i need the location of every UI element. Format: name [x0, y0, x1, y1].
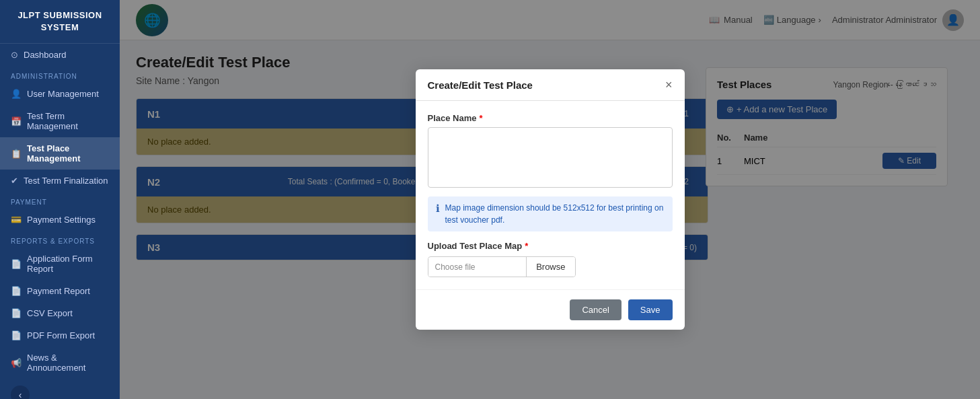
- sidebar-item-test-term-management[interactable]: 📅 Test Term Management: [0, 105, 120, 137]
- dashboard-icon: ⊙: [11, 50, 18, 60]
- file-input-row: Choose file Browse: [428, 256, 576, 277]
- user-management-icon: 👤: [11, 89, 22, 99]
- modal-close-button[interactable]: ×: [665, 79, 673, 91]
- sidebar-item-payment-report[interactable]: 📄 Payment Report: [0, 280, 120, 302]
- place-name-label: Place Name *: [428, 113, 673, 123]
- upload-label: Upload Test Place Map *: [428, 241, 673, 251]
- sidebar-item-dashboard[interactable]: ⊙ Dashboard: [0, 44, 120, 66]
- sidebar-item-news-announcement[interactable]: 📢 News & Announcement: [0, 347, 120, 379]
- section-reports: REPORTS & EXPORTS: [0, 231, 120, 248]
- sidebar: JLPT SUBMISSION SYSTEM ⊙ Dashboard ADMIN…: [0, 0, 120, 399]
- app-form-icon: 📄: [11, 259, 22, 269]
- sidebar-item-application-form-report[interactable]: 📄 Application Form Report: [0, 248, 120, 280]
- sidebar-item-test-place-management[interactable]: 📋 Test Place Management: [0, 137, 120, 170]
- test-place-icon: 📋: [11, 149, 22, 159]
- test-term-icon: 📅: [11, 116, 22, 126]
- sidebar-item-test-term-finalization[interactable]: ✔ Test Term Finalization: [0, 170, 120, 192]
- modal-footer: Cancel Save: [416, 289, 685, 330]
- upload-section: Upload Test Place Map * Choose file Brow…: [428, 241, 673, 277]
- sidebar-item-payment-settings[interactable]: 💳 Payment Settings: [0, 209, 120, 231]
- info-icon: ℹ: [436, 203, 440, 215]
- sidebar-item-csv-export[interactable]: 📄 CSV Export: [0, 302, 120, 324]
- file-name-display: Choose file: [428, 258, 527, 277]
- sidebar-item-pdf-form-export[interactable]: 📄 PDF Form Export: [0, 324, 120, 347]
- payment-report-icon: 📄: [11, 286, 22, 296]
- save-button[interactable]: Save: [628, 299, 673, 320]
- cancel-button[interactable]: Cancel: [570, 299, 621, 320]
- payment-settings-icon: 💳: [11, 215, 22, 225]
- csv-icon: 📄: [11, 308, 22, 318]
- main-area: 🌐 📖 Manual 🔤 Language › Administrator Ad…: [120, 0, 980, 399]
- info-box: ℹ Map image dimension should be 512x512 …: [428, 196, 673, 231]
- app-logo: JLPT SUBMISSION SYSTEM: [0, 0, 120, 44]
- modal-overlay: Create/Edit Test Place × Place Name * ℹ …: [120, 0, 980, 399]
- required-star: *: [480, 113, 483, 123]
- sidebar-bottom: ‹: [0, 379, 120, 399]
- sidebar-collapse-button[interactable]: ‹: [11, 386, 30, 399]
- news-icon: 📢: [11, 358, 22, 368]
- modal-header: Create/Edit Test Place ×: [416, 69, 685, 101]
- upload-required-star: *: [525, 241, 528, 251]
- sidebar-item-user-management[interactable]: 👤 User Management: [0, 83, 120, 105]
- modal-title: Create/Edit Test Place: [428, 79, 533, 91]
- section-administration: ADMINISTRATION: [0, 66, 120, 83]
- section-payment: PAYMENT: [0, 192, 120, 209]
- finalization-icon: ✔: [11, 176, 18, 186]
- info-text: Map image dimension should be 512x512 fo…: [445, 202, 665, 226]
- modal: Create/Edit Test Place × Place Name * ℹ …: [416, 69, 685, 330]
- place-name-input[interactable]: [428, 127, 673, 188]
- modal-body: Place Name * ℹ Map image dimension shoul…: [416, 101, 685, 289]
- browse-button[interactable]: Browse: [526, 257, 574, 277]
- pdf-icon: 📄: [11, 330, 22, 340]
